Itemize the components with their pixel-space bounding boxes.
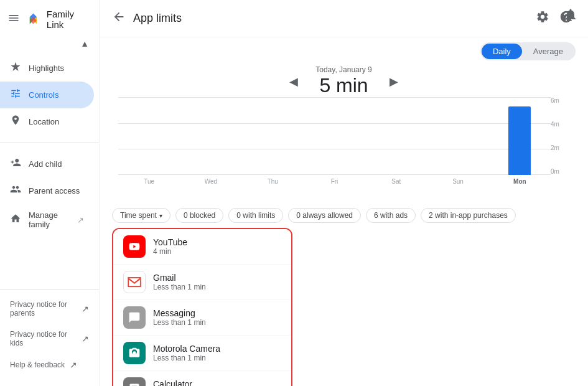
youtube-name: YouTube (153, 237, 187, 247)
youtube-info: YouTube 4 min (153, 237, 187, 256)
prev-date-button[interactable]: ◀ (284, 72, 303, 91)
day-label-tue: Tue (118, 178, 180, 185)
sidebar-item-location[interactable]: Location (0, 108, 94, 135)
gmail-icon (123, 271, 146, 293)
average-toggle-button[interactable]: Average (522, 44, 574, 59)
toggle-section: Daily Average (100, 37, 588, 60)
chart-area: 6m 4m 2m 0m (100, 97, 588, 203)
bar-sat (365, 97, 427, 175)
filter-in-app[interactable]: 2 with in-app purchases (421, 208, 516, 223)
add-child-icon (10, 157, 21, 171)
filter-with-limits-label: 0 with limits (236, 211, 275, 220)
y-label-6m: 6m (551, 97, 569, 104)
sidebar-item-help[interactable]: Help & feedback ↗ (0, 354, 99, 376)
sidebar-item-parent-access[interactable]: Parent access (0, 177, 94, 204)
filter-always-allowed[interactable]: 0 always allowed (288, 208, 361, 223)
day-label-thu: Thu (242, 178, 304, 185)
youtube-time: 4 min (153, 247, 187, 256)
privacy-parents-external-icon: ↗ (82, 304, 89, 314)
sidebar-item-privacy-parents[interactable]: Privacy notice for parents ↗ (0, 294, 99, 324)
next-date-button[interactable]: ▶ (385, 72, 403, 91)
privacy-kids-external-icon: ↗ (82, 334, 89, 344)
sidebar: Family Link ▲ Highlights Controls Locati… (0, 0, 100, 386)
collapse-arrow-icon[interactable]: ▲ (80, 39, 89, 49)
app-item-gmail[interactable]: Gmail Less than 1 min (113, 265, 291, 300)
gmail-info: Gmail Less than 1 min (153, 273, 206, 291)
bar-mon-fill (508, 106, 531, 175)
calculator-name: Calculator (153, 379, 192, 386)
filter-blocked-label: 0 blocked (184, 211, 215, 220)
app-logo (26, 12, 40, 27)
manage-family-icon (10, 213, 21, 227)
day-label-wed: Wed (180, 178, 241, 185)
messaging-info: Messaging Less than 1 min (153, 308, 206, 327)
highlights-icon (10, 61, 21, 75)
app-item-motorola-camera[interactable]: Motorola Camera Less than 1 min (113, 336, 291, 371)
sidebar-item-privacy-kids[interactable]: Privacy notice for kids ↗ (0, 324, 99, 354)
sidebar-divider-2 (0, 290, 99, 290)
app-title: Family Link (47, 9, 91, 30)
sidebar-item-controls[interactable]: Controls (0, 82, 94, 108)
controls-label: Controls (29, 90, 58, 100)
motorola-camera-icon (123, 342, 146, 364)
settings-button[interactable] (533, 7, 552, 29)
parent-access-icon (10, 184, 21, 198)
gmail-time: Less than 1 min (153, 283, 206, 291)
add-child-label: Add child (29, 159, 62, 169)
date-label: Today, January 9 (315, 65, 372, 74)
app-item-youtube[interactable]: YouTube 4 min (113, 229, 291, 265)
sidebar-item-highlights[interactable]: Highlights (0, 55, 94, 82)
total-time-display: 5 min (315, 74, 372, 97)
calculator-info: Calculator 0 min (153, 379, 192, 386)
date-center: Today, January 9 5 min (315, 65, 372, 97)
filter-with-ads-label: 6 with ads (374, 211, 408, 220)
app-item-messaging[interactable]: Messaging Less than 1 min (113, 300, 291, 336)
sidebar-bottom: Privacy notice for parents ↗ Privacy not… (0, 286, 99, 386)
hamburger-icon[interactable] (7, 12, 20, 27)
sidebar-item-add-child[interactable]: Add child (0, 151, 94, 177)
day-label-sat: Sat (365, 178, 427, 185)
daily-toggle-button[interactable]: Daily (482, 44, 522, 59)
filter-in-app-label: 2 with in-app purchases (429, 211, 508, 220)
filter-row: Time spent ▾ 0 blocked 0 with limits 0 a… (100, 203, 588, 228)
motorola-camera-name: Motorola Camera (153, 344, 220, 354)
help-external-icon: ↗ (70, 360, 77, 370)
highlights-label: Highlights (29, 64, 64, 73)
gmail-name: Gmail (153, 273, 206, 283)
manage-family-label: Manage family (29, 210, 70, 229)
bar-mon (489, 97, 551, 175)
bar-tue (118, 97, 180, 175)
app-item-calculator[interactable]: Calculator 0 min (113, 371, 291, 386)
y-label-0m: 0m (551, 168, 569, 175)
page-title: App limits (133, 12, 526, 25)
bar-wed (180, 97, 241, 175)
parent-access-label: Parent access (29, 186, 80, 195)
bar-fri (304, 97, 365, 175)
location-icon (10, 115, 21, 129)
bar-thu (242, 97, 304, 175)
sidebar-item-manage-family[interactable]: Manage family ↗ (0, 204, 94, 235)
messaging-time: Less than 1 min (153, 318, 206, 327)
motorola-camera-info: Motorola Camera Less than 1 min (153, 344, 220, 362)
notification-bell[interactable] (563, 7, 578, 25)
sidebar-divider-1 (0, 143, 99, 143)
help-label: Help & feedback (10, 360, 65, 369)
back-button[interactable] (112, 10, 126, 27)
day-label-mon: Mon (489, 178, 551, 185)
sidebar-nav-section: Highlights Controls Location (0, 51, 99, 139)
filter-with-ads[interactable]: 6 with ads (366, 208, 416, 223)
bar-sun (427, 97, 488, 175)
topbar: App limits (100, 0, 588, 37)
date-section: ◀ Today, January 9 5 min ▶ (100, 60, 588, 97)
filter-blocked[interactable]: 0 blocked (175, 208, 223, 223)
time-spent-arrow-icon: ▾ (159, 212, 162, 219)
filter-time-spent[interactable]: Time spent ▾ (112, 208, 170, 223)
day-label-sun: Sun (427, 178, 488, 185)
manage-family-external-icon: ↗ (77, 215, 84, 225)
app-list: YouTube 4 min Gmail Less than 1 min (112, 228, 292, 386)
messaging-name: Messaging (153, 308, 206, 318)
filter-with-limits[interactable]: 0 with limits (228, 208, 283, 223)
controls-icon (10, 88, 21, 102)
sidebar-actions-section: Add child Parent access Manage family ↗ (0, 147, 99, 239)
youtube-icon (123, 235, 146, 258)
